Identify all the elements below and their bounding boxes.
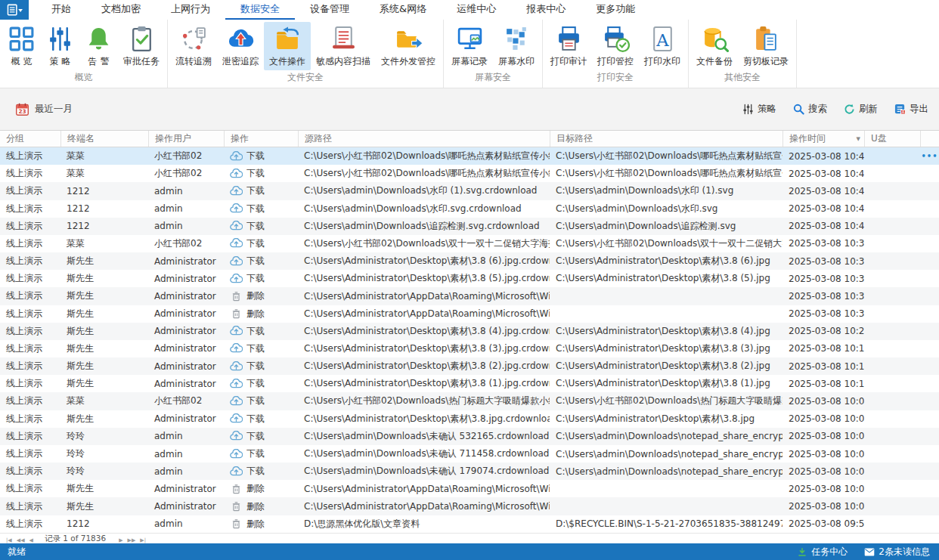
table-row[interactable]: 线上演示 斯先生 Administrator 下载 C:\Users\Admin… bbox=[0, 340, 939, 357]
table-row[interactable]: 线上演示 斯先生 Administrator 下载 C:\Users\Admin… bbox=[0, 252, 939, 270]
ribbon-button[interactable]: 策 略 bbox=[41, 22, 79, 70]
row-menu-button[interactable] bbox=[920, 200, 939, 218]
pager-prev-button[interactable]: |◀ bbox=[4, 537, 14, 543]
statusbar-item[interactable]: 任务中心 bbox=[797, 546, 848, 558]
ribbon-button[interactable]: 审批任务 bbox=[118, 22, 165, 70]
row-menu-button[interactable] bbox=[920, 410, 939, 428]
ribbon-button[interactable]: 文件备份 bbox=[691, 22, 738, 70]
table-row[interactable]: 线上演示 菜菜 小红书部02 下载 C:\Users\小红书部02\Downlo… bbox=[0, 165, 939, 182]
menu-tab[interactable]: 数据安全 bbox=[225, 0, 295, 20]
table-row[interactable]: 线上演示 玲玲 admin 下载 C:\Users\admin\Download… bbox=[0, 463, 939, 480]
row-menu-button[interactable] bbox=[920, 323, 939, 340]
row-menu-button[interactable] bbox=[920, 252, 939, 270]
menu-tab[interactable]: 开始 bbox=[36, 0, 86, 20]
ribbon-button[interactable]: 概 览 bbox=[2, 22, 41, 70]
ribbon-button[interactable]: 剪切板记录 bbox=[738, 22, 794, 70]
row-menu-button[interactable]: ••• bbox=[920, 147, 939, 165]
ribbon-button[interactable]: 打印管控 bbox=[592, 22, 639, 70]
ribbon-button-label: 打印管控 bbox=[597, 55, 634, 68]
ribbon-button[interactable]: 文件操作 bbox=[264, 22, 311, 70]
ribbon-button[interactable]: 流转追溯 bbox=[170, 22, 217, 70]
row-menu-button[interactable] bbox=[920, 463, 939, 480]
table-row[interactable]: 线上演示 斯先生 Administrator 删除 C:\Users\Admin… bbox=[0, 305, 939, 323]
menu-tab[interactable]: 文档加密 bbox=[86, 0, 156, 20]
table-row[interactable]: 线上演示 1212 admin 下载 C:\Users\admin\Downlo… bbox=[0, 200, 939, 218]
pager-next-button[interactable]: ▶ bbox=[116, 537, 125, 543]
cell-user: Administrator bbox=[148, 323, 224, 340]
column-header-group[interactable]: 分组 bbox=[0, 131, 60, 147]
ribbon-button-label: 告 警 bbox=[88, 55, 110, 68]
ribbon-button[interactable]: 打印审计 bbox=[545, 22, 592, 70]
menu-tab-label: 运维中心 bbox=[457, 2, 496, 16]
column-header-user[interactable]: 操作用户 bbox=[148, 131, 224, 147]
toolbar-button[interactable]: 搜索 bbox=[793, 103, 827, 116]
column-header-terminal[interactable]: 终端名 bbox=[60, 131, 148, 147]
row-menu-button[interactable] bbox=[920, 515, 939, 533]
table-row[interactable]: 线上演示 菜菜 小红书部02 下载 C:\Users\小红书部02\Downlo… bbox=[0, 392, 939, 410]
table-row[interactable]: 线上演示 斯先生 Administrator 删除 C:\Users\Admin… bbox=[0, 480, 939, 497]
cell-group: 线上演示 bbox=[0, 165, 60, 182]
table-row[interactable]: 线上演示 1212 admin 下载 C:\Users\admin\Downlo… bbox=[0, 218, 939, 235]
row-menu-button[interactable] bbox=[920, 287, 939, 305]
pager-prev-button[interactable]: ◀◀ bbox=[14, 537, 27, 543]
row-menu-button[interactable] bbox=[920, 182, 939, 200]
row-menu-button[interactable] bbox=[920, 497, 939, 515]
column-header-action[interactable]: 操作 bbox=[224, 131, 298, 147]
ribbon-button[interactable]: 泄密追踪 bbox=[217, 22, 264, 70]
table-row[interactable]: 线上演示 斯先生 Administrator 下载 C:\Users\Admin… bbox=[0, 323, 939, 340]
table-row[interactable]: 线上演示 斯先生 Administrator 删除 C:\Users\Admin… bbox=[0, 497, 939, 515]
toolbar-button[interactable]: A 导出 bbox=[894, 103, 928, 116]
row-menu-button[interactable] bbox=[920, 445, 939, 463]
row-menu-button[interactable] bbox=[920, 428, 939, 445]
table-row[interactable]: 线上演示 1212 admin 下载 C:\Users\admin\Downlo… bbox=[0, 182, 939, 200]
menu-tab[interactable]: 报表中心 bbox=[511, 0, 581, 20]
menu-tab[interactable]: 设备管理 bbox=[295, 0, 364, 20]
table-row[interactable]: 线上演示 斯先生 Administrator 下载 C:\Users\Admin… bbox=[0, 270, 939, 287]
pager-next-button[interactable]: ▶| bbox=[138, 537, 148, 543]
row-menu-button[interactable] bbox=[920, 270, 939, 287]
ribbon-button[interactable]: 文件外发管控 bbox=[376, 22, 441, 70]
column-header-usb[interactable]: U盘 bbox=[864, 131, 920, 147]
table-row[interactable]: 线上演示 菜菜 小红书部02 下载 C:\Users\小红书部02\Downlo… bbox=[0, 235, 939, 252]
row-menu-button[interactable] bbox=[920, 480, 939, 497]
table-row[interactable]: 线上演示 1212 admin 删除 D:\思源黑体优化版\文章资料 D:\$R… bbox=[0, 515, 939, 533]
svg-text:A: A bbox=[655, 30, 669, 50]
row-menu-button[interactable] bbox=[920, 357, 939, 375]
table-row[interactable]: 线上演示 玲玲 admin 下载 C:\Users\admin\Download… bbox=[0, 445, 939, 463]
row-menu-button[interactable] bbox=[920, 375, 939, 392]
table-body: 线上演示 菜菜 小红书部02 下载 C:\Users\小红书部02\Downlo… bbox=[0, 147, 939, 533]
ribbon-button[interactable]: 敏感内容扫描 bbox=[311, 22, 376, 70]
table-row[interactable]: 线上演示 斯先生 Administrator 下载 C:\Users\Admin… bbox=[0, 375, 939, 392]
table-row[interactable]: 线上演示 斯先生 Administrator 删除 C:\Users\Admin… bbox=[0, 287, 939, 305]
ribbon-button[interactable]: 告 警 bbox=[79, 22, 118, 70]
statusbar-item[interactable]: 2条未读信息 bbox=[864, 546, 930, 558]
column-header-time[interactable]: 操作时间 ▼ bbox=[782, 131, 864, 147]
ribbon-button[interactable]: 屏幕水印 bbox=[493, 22, 540, 70]
table-row[interactable]: 线上演示 斯先生 Administrator 下载 C:\Users\Admin… bbox=[0, 410, 939, 428]
row-menu-button[interactable] bbox=[920, 305, 939, 323]
table-row[interactable]: 线上演示 菜菜 小红书部02 下载 C:\Users\小红书部02\Downlo… bbox=[0, 147, 939, 165]
ribbon-group-label: 概览 bbox=[2, 70, 165, 88]
menu-tab[interactable]: 更多功能 bbox=[581, 0, 650, 20]
column-header-target-path[interactable]: 目标路径 bbox=[550, 131, 782, 147]
row-menu-button[interactable] bbox=[920, 340, 939, 357]
row-menu-button[interactable] bbox=[920, 218, 939, 235]
toolbar-button[interactable]: 策略 bbox=[742, 103, 776, 116]
date-range-filter[interactable]: 23 最近一月 bbox=[15, 102, 73, 116]
toolbar-button[interactable]: 刷新 bbox=[844, 103, 878, 116]
menu-tab[interactable]: 系统&网络 bbox=[364, 0, 442, 20]
row-menu-button[interactable] bbox=[920, 165, 939, 182]
pager-next-button[interactable]: ▶▶ bbox=[126, 537, 138, 543]
table-row[interactable]: 线上演示 玲玲 admin 下载 C:\Users\admin\Download… bbox=[0, 428, 939, 445]
sort-descending-icon[interactable]: ▼ bbox=[857, 136, 860, 142]
table-row[interactable]: 线上演示 斯先生 Administrator 下载 C:\Users\Admin… bbox=[0, 357, 939, 375]
pager-prev-button[interactable]: ◀ bbox=[27, 537, 36, 543]
ribbon-button[interactable]: A 打印水印 bbox=[639, 22, 686, 70]
menu-tab[interactable]: 运维中心 bbox=[442, 0, 511, 20]
ribbon-button[interactable]: 屏幕记录 bbox=[446, 22, 493, 70]
app-menu-button[interactable] bbox=[0, 0, 29, 20]
row-menu-button[interactable] bbox=[920, 392, 939, 410]
menu-tab[interactable]: 上网行为 bbox=[156, 0, 225, 20]
row-menu-button[interactable] bbox=[920, 235, 939, 252]
column-header-source-path[interactable]: 源路径 bbox=[298, 131, 550, 147]
